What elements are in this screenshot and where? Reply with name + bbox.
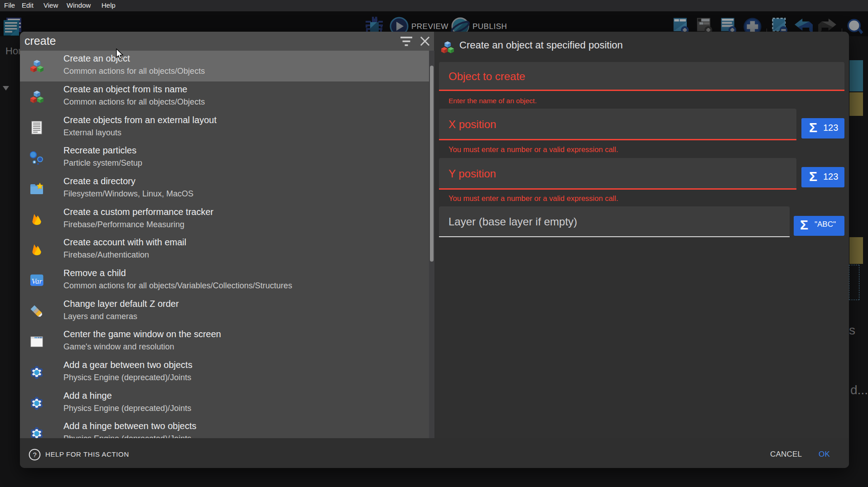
- svg-text:Var: Var: [31, 277, 42, 286]
- svg-text:?: ?: [33, 451, 36, 458]
